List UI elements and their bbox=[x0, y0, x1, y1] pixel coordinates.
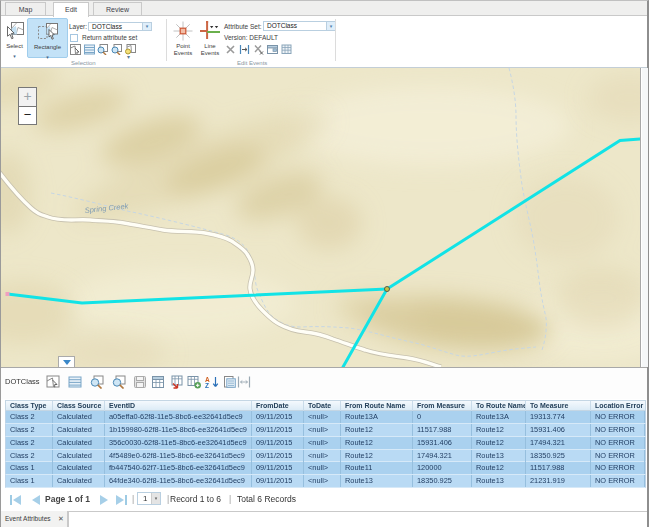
svg-text:Z: Z bbox=[205, 382, 209, 389]
